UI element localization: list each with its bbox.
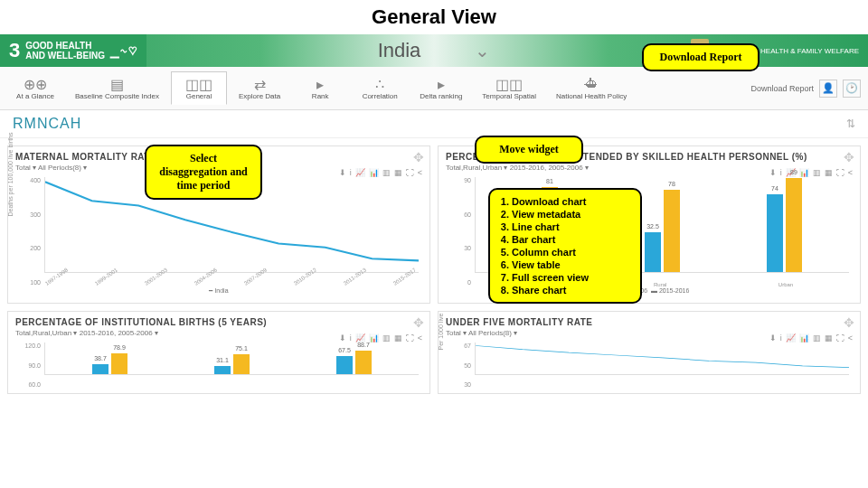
section-header: RMNCAH ⇅ [0, 110, 868, 138]
widget-toolbar[interactable]: ⬇i📈📊▥▦⛶< [769, 168, 853, 177]
widget-grid: ✥ MATERNAL MORTALITY RATIO Total ▾ All P… [0, 138, 868, 401]
tab-nhp[interactable]: ⛴National Health Policy [548, 71, 635, 105]
baseline-icon: ▤ [110, 76, 124, 92]
tab-bar: ⊕⊕At a Glance ▤Baseline Composite Index … [0, 67, 868, 110]
tab-delta[interactable]: ▸Delta ranking [411, 71, 470, 105]
slide-title: General View [0, 0, 868, 34]
sdg-label: GOOD HEALTH AND WELL-BEING [25, 41, 105, 61]
reorder-icon[interactable]: ⇅ [846, 117, 855, 130]
widget-institutional-births: ✥ PERCENTAGE OF INSTITUTIONAL BIRTHS (5 … [7, 311, 430, 394]
move-handle[interactable]: ✥ [413, 315, 424, 330]
tab-at-a-glance[interactable]: ⊕⊕At a Glance [7, 71, 63, 105]
y-axis: 675030 [446, 343, 471, 388]
move-handle[interactable]: ✥ [844, 315, 854, 330]
explore-icon: ⇄ [254, 76, 266, 92]
sdg-number: 3 [9, 40, 20, 61]
tab-general[interactable]: ◫◫General [171, 71, 227, 105]
move-handle[interactable]: ✥ [413, 150, 424, 164]
plot-area: 38.778.9 31.175.1 67.588.7 [44, 343, 419, 375]
tab-baseline[interactable]: ▤Baseline Composite Index [67, 71, 167, 105]
country-selector[interactable]: India ⌄ [378, 39, 491, 62]
user-button[interactable]: 👤 [819, 80, 837, 98]
tab-rank[interactable]: ▸Rank [292, 71, 348, 105]
sdg-badge: 3 GOOD HEALTH AND WELL-BEING ⎯∿♡ [0, 34, 146, 67]
tab-explore[interactable]: ⇄Explore Data [231, 71, 288, 105]
general-icon: ◫◫ [185, 76, 212, 92]
chart-u5mr: Per 1000 live births 675030 [446, 343, 853, 388]
nhp-icon: ⛴ [584, 76, 599, 92]
y-axis: 400300200100 [15, 177, 41, 286]
delta-icon: ▸ [438, 76, 445, 92]
callout-move-widget: Move widget [475, 136, 583, 164]
download-report-link[interactable]: Download Report [750, 84, 814, 93]
plot-area [475, 343, 849, 375]
history-button[interactable]: 🕑 [843, 80, 861, 98]
callout-select-disaggregation: Select disaggregation and time period [145, 145, 262, 200]
section-title: RMNCAH [13, 116, 81, 132]
y-axis-label: Deaths per 100,000 live births [7, 133, 14, 217]
callout-toolbar-legend: Download chart View metadata Line chart … [488, 188, 642, 304]
heartbeat-icon: ⎯∿♡ [110, 42, 137, 59]
callout-download-report: Download Report [642, 43, 760, 71]
widget-toolbar[interactable]: ⬇i📈📊▥▦⛶< [339, 333, 422, 343]
tab-correlation[interactable]: ∴Correlation [352, 71, 408, 105]
chevron-down-icon: ⌄ [475, 40, 490, 61]
widget-toolbar[interactable]: ⬇i📈📊▥▦⛶< [769, 333, 853, 343]
y-axis: 120.090.060.0 [15, 343, 41, 388]
widget-u5mr: ✥ UNDER FIVE MORTALITY RATE Total ▾ All … [438, 311, 861, 394]
legend: ━ India [15, 287, 422, 295]
widget-title: PERCENTAGE OF INSTITUTIONAL BIRTHS (5 YE… [15, 317, 422, 327]
temporal-icon: ◫◫ [495, 76, 523, 92]
widget-toolbar[interactable]: ⬇i📈📊▥▦⛶< [339, 168, 422, 177]
y-axis: 9060300 [446, 177, 471, 286]
chart-institutional: 120.090.060.0 38.778.9 31.175.1 67.588.7 [15, 343, 422, 388]
country-name: India [378, 39, 421, 62]
glance-icon: ⊕⊕ [24, 76, 47, 92]
rank-icon: ▸ [316, 76, 324, 92]
x-axis: 1997-19981999-20012001-20032004-20062007… [44, 282, 419, 287]
correlation-icon: ∴ [375, 76, 384, 92]
widget-title: UNDER FIVE MORTALITY RATE [446, 317, 853, 327]
move-handle[interactable]: ✥ [844, 150, 854, 164]
tab-temporal[interactable]: ◫◫Temporal Spatial [474, 71, 544, 105]
y-axis-label: Per 1000 live births [438, 311, 444, 351]
